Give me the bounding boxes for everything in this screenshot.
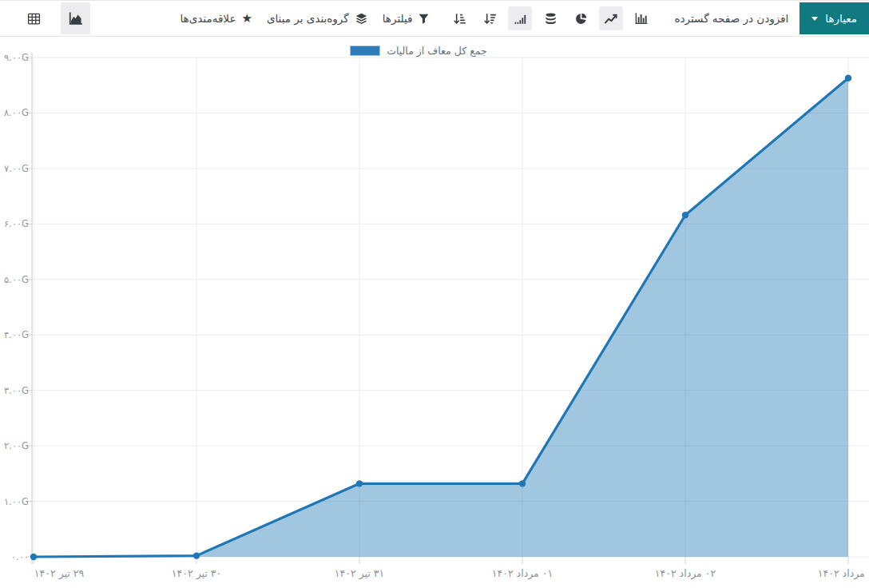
measures-button[interactable]: معیارها xyxy=(800,2,869,34)
pie-chart-icon xyxy=(574,12,588,26)
y-tick-label: ۶.۰۰G xyxy=(4,218,29,229)
x-tick-label: ۰۳ مرداد ۱۴۰۲ xyxy=(818,567,869,580)
area-fill xyxy=(34,78,848,557)
data-point[interactable] xyxy=(356,480,363,487)
y-tick-label: ۸.۰۰G xyxy=(4,107,29,118)
insert-in-spreadsheet-button[interactable]: افزودن در صفحه گسترده xyxy=(674,12,788,25)
favorites-label: علاقه‌مندی‌ها xyxy=(180,12,236,25)
pivot-table-icon xyxy=(26,11,42,26)
sort-ascending-icon xyxy=(453,12,466,26)
y-tick-label: ۷.۰۰G xyxy=(4,163,29,174)
x-tick-label: ۰۲ مرداد ۱۴۰۲ xyxy=(655,567,716,580)
chart-canvas: ۰.۰۰۱.۰۰G۲.۰۰G۳.۰۰G۴.۰۰G۵.۰۰G۶.۰۰G۷.۰۰G۸… xyxy=(0,37,869,588)
graph-view: ۰.۰۰۱.۰۰G۲.۰۰G۳.۰۰G۴.۰۰G۵.۰۰G۶.۰۰G۷.۰۰G۸… xyxy=(0,37,869,588)
graph-settings-toolbar xyxy=(447,6,653,30)
x-tick-label: ۳۱ تیر ۱۴۰۲ xyxy=(335,567,384,580)
data-point[interactable] xyxy=(845,74,851,81)
bar-chart-button[interactable] xyxy=(629,6,653,30)
graph-view-button[interactable] xyxy=(61,2,90,34)
filter-funnel-icon xyxy=(418,13,430,25)
stacked-button[interactable] xyxy=(538,6,562,30)
favorites-button[interactable]: ★ علاقه‌مندی‌ها xyxy=(180,12,252,25)
sort-ascending-button[interactable] xyxy=(447,6,471,30)
data-point[interactable] xyxy=(193,552,200,558)
group-by-label: گروه‌بندی بر مبنای xyxy=(267,12,349,25)
pivot-view-button[interactable] xyxy=(19,2,49,34)
y-tick-label: ۵.۰۰G xyxy=(4,274,29,285)
legend-swatch xyxy=(350,46,380,56)
layers-icon xyxy=(355,12,368,26)
y-tick-label: ۱.۰۰G xyxy=(4,496,29,507)
star-icon: ★ xyxy=(241,13,252,25)
line-chart-button[interactable] xyxy=(599,6,623,30)
x-tick-label: ۳۰ تیر ۱۴۰۲ xyxy=(172,567,221,580)
data-point[interactable] xyxy=(682,212,688,218)
y-tick-label: ۲.۰۰G xyxy=(4,440,29,451)
pie-chart-button[interactable] xyxy=(569,6,593,30)
ascending-bars-icon xyxy=(514,12,527,26)
data-point[interactable] xyxy=(30,554,37,560)
ascending-order-button[interactable] xyxy=(508,6,532,30)
sort-descending-button[interactable] xyxy=(478,6,502,30)
measures-label: معیارها xyxy=(825,12,857,25)
stacked-icon xyxy=(544,12,558,26)
control-panel: معیارها افزودن در صفحه گسترده xyxy=(0,0,869,37)
filters-label: فیلترها xyxy=(383,12,413,25)
legend-label: جمع کل معاف از مالیات xyxy=(387,45,487,57)
group-by-button[interactable]: گروه‌بندی بر مبنای xyxy=(267,12,368,26)
filters-button[interactable]: فیلترها xyxy=(383,12,431,25)
data-point[interactable] xyxy=(519,480,526,487)
caret-down-icon xyxy=(811,17,818,24)
bar-chart-icon xyxy=(634,11,649,26)
x-tick-label: ۲۹ تیر ۱۴۰۲ xyxy=(34,567,85,580)
y-tick-label: ۰.۰۰ xyxy=(11,551,29,562)
sort-descending-icon xyxy=(483,12,497,26)
line-chart-icon xyxy=(604,11,618,26)
y-tick-label: ۳.۰۰G xyxy=(4,385,29,396)
x-tick-label: ۰۱ مرداد ۱۴۰۲ xyxy=(492,567,553,580)
area-chart-view-icon xyxy=(68,10,84,26)
y-tick-label: ۴.۰۰G xyxy=(4,329,29,340)
chart-legend[interactable]: جمع کل معاف از مالیات xyxy=(0,44,837,57)
